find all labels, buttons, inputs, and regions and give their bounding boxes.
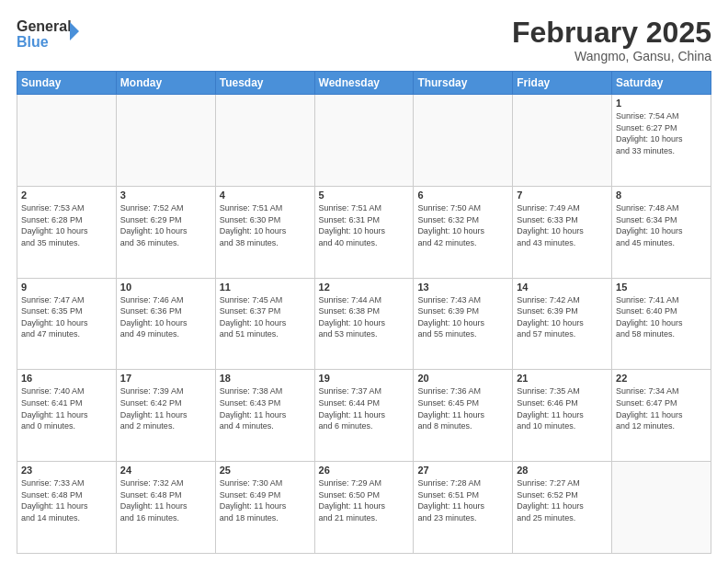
day-detail: Sunrise: 7:54 AMSunset: 6:27 PMDaylight:…	[616, 110, 707, 156]
day-cell: 15Sunrise: 7:41 AMSunset: 6:40 PMDayligh…	[612, 278, 711, 370]
month-title: February 2025	[512, 17, 711, 49]
day-detail: Sunrise: 7:33 AMSunset: 6:48 PMDaylight:…	[21, 477, 112, 523]
day-detail: Sunrise: 7:32 AMSunset: 6:48 PMDaylight:…	[120, 477, 211, 523]
day-cell: 9Sunrise: 7:47 AMSunset: 6:35 PMDaylight…	[17, 278, 117, 370]
day-detail: Sunrise: 7:36 AMSunset: 6:45 PMDaylight:…	[417, 385, 508, 431]
day-number: 11	[220, 282, 311, 293]
day-number: 19	[319, 373, 410, 384]
day-detail: Sunrise: 7:27 AMSunset: 6:52 PMDaylight:…	[517, 477, 608, 523]
col-header-wednesday: Wednesday	[314, 72, 414, 95]
week-row-3: 9Sunrise: 7:47 AMSunset: 6:35 PMDaylight…	[17, 278, 711, 370]
day-detail: Sunrise: 7:38 AMSunset: 6:43 PMDaylight:…	[220, 385, 311, 431]
logo-svg: GeneralBlue	[17, 17, 81, 53]
day-cell: 14Sunrise: 7:42 AMSunset: 6:39 PMDayligh…	[513, 278, 612, 370]
day-detail: Sunrise: 7:48 AMSunset: 6:34 PMDaylight:…	[616, 202, 707, 248]
day-cell: 2Sunrise: 7:53 AMSunset: 6:28 PMDaylight…	[17, 186, 117, 278]
day-detail: Sunrise: 7:37 AMSunset: 6:44 PMDaylight:…	[319, 385, 410, 431]
day-number: 26	[319, 465, 410, 476]
day-cell: 8Sunrise: 7:48 AMSunset: 6:34 PMDaylight…	[612, 186, 711, 278]
day-number: 4	[220, 190, 311, 201]
day-number: 22	[616, 373, 707, 384]
day-detail: Sunrise: 7:49 AMSunset: 6:33 PMDaylight:…	[517, 202, 608, 248]
day-detail: Sunrise: 7:40 AMSunset: 6:41 PMDaylight:…	[21, 385, 112, 431]
day-cell	[414, 95, 513, 187]
day-cell: 1Sunrise: 7:54 AMSunset: 6:27 PMDaylight…	[612, 95, 711, 187]
day-cell	[612, 462, 711, 554]
day-cell	[513, 95, 612, 187]
day-detail: Sunrise: 7:39 AMSunset: 6:42 PMDaylight:…	[120, 385, 211, 431]
day-number: 8	[616, 190, 707, 201]
calendar-table: SundayMondayTuesdayWednesdayThursdayFrid…	[17, 71, 711, 554]
day-cell	[314, 95, 414, 187]
col-header-sunday: Sunday	[17, 72, 117, 95]
day-number: 15	[616, 282, 707, 293]
day-cell: 13Sunrise: 7:43 AMSunset: 6:39 PMDayligh…	[414, 278, 513, 370]
day-detail: Sunrise: 7:44 AMSunset: 6:38 PMDaylight:…	[319, 294, 410, 340]
day-detail: Sunrise: 7:28 AMSunset: 6:51 PMDaylight:…	[417, 477, 508, 523]
svg-text:Blue: Blue	[17, 34, 49, 50]
day-number: 13	[417, 282, 508, 293]
svg-text:General: General	[17, 18, 72, 34]
day-cell: 12Sunrise: 7:44 AMSunset: 6:38 PMDayligh…	[314, 278, 414, 370]
col-header-tuesday: Tuesday	[215, 72, 314, 95]
day-cell: 26Sunrise: 7:29 AMSunset: 6:50 PMDayligh…	[314, 462, 414, 554]
day-number: 2	[21, 190, 112, 201]
day-number: 16	[21, 373, 112, 384]
week-row-5: 23Sunrise: 7:33 AMSunset: 6:48 PMDayligh…	[17, 462, 711, 554]
day-cell: 22Sunrise: 7:34 AMSunset: 6:47 PMDayligh…	[612, 370, 711, 462]
day-number: 27	[417, 465, 508, 476]
day-detail: Sunrise: 7:51 AMSunset: 6:31 PMDaylight:…	[319, 202, 410, 248]
day-detail: Sunrise: 7:47 AMSunset: 6:35 PMDaylight:…	[21, 294, 112, 340]
page: GeneralBlue February 2025 Wangmo, Gansu,…	[0, 0, 728, 563]
day-cell: 18Sunrise: 7:38 AMSunset: 6:43 PMDayligh…	[215, 370, 314, 462]
col-header-friday: Friday	[513, 72, 612, 95]
week-row-4: 16Sunrise: 7:40 AMSunset: 6:41 PMDayligh…	[17, 370, 711, 462]
day-detail: Sunrise: 7:51 AMSunset: 6:30 PMDaylight:…	[220, 202, 311, 248]
week-row-2: 2Sunrise: 7:53 AMSunset: 6:28 PMDaylight…	[17, 186, 711, 278]
day-cell: 19Sunrise: 7:37 AMSunset: 6:44 PMDayligh…	[314, 370, 414, 462]
day-number: 12	[319, 282, 410, 293]
day-number: 7	[517, 190, 608, 201]
col-header-monday: Monday	[116, 72, 215, 95]
col-header-saturday: Saturday	[612, 72, 711, 95]
day-cell: 3Sunrise: 7:52 AMSunset: 6:29 PMDaylight…	[116, 186, 215, 278]
day-number: 25	[220, 465, 311, 476]
day-cell: 7Sunrise: 7:49 AMSunset: 6:33 PMDaylight…	[513, 186, 612, 278]
day-number: 28	[517, 465, 608, 476]
day-detail: Sunrise: 7:43 AMSunset: 6:39 PMDaylight:…	[417, 294, 508, 340]
day-detail: Sunrise: 7:29 AMSunset: 6:50 PMDaylight:…	[319, 477, 410, 523]
day-cell: 23Sunrise: 7:33 AMSunset: 6:48 PMDayligh…	[17, 462, 117, 554]
day-number: 14	[517, 282, 608, 293]
location: Wangmo, Gansu, China	[512, 49, 711, 63]
day-cell: 11Sunrise: 7:45 AMSunset: 6:37 PMDayligh…	[215, 278, 314, 370]
day-cell	[116, 95, 215, 187]
day-detail: Sunrise: 7:53 AMSunset: 6:28 PMDaylight:…	[21, 202, 112, 248]
day-cell: 16Sunrise: 7:40 AMSunset: 6:41 PMDayligh…	[17, 370, 117, 462]
day-cell	[215, 95, 314, 187]
title-block: February 2025 Wangmo, Gansu, China	[512, 17, 711, 63]
day-detail: Sunrise: 7:50 AMSunset: 6:32 PMDaylight:…	[417, 202, 508, 248]
day-detail: Sunrise: 7:34 AMSunset: 6:47 PMDaylight:…	[616, 385, 707, 431]
day-number: 21	[517, 373, 608, 384]
header: GeneralBlue February 2025 Wangmo, Gansu,…	[17, 17, 711, 63]
day-detail: Sunrise: 7:41 AMSunset: 6:40 PMDaylight:…	[616, 294, 707, 340]
day-cell: 25Sunrise: 7:30 AMSunset: 6:49 PMDayligh…	[215, 462, 314, 554]
week-row-1: 1Sunrise: 7:54 AMSunset: 6:27 PMDaylight…	[17, 95, 711, 187]
day-cell: 5Sunrise: 7:51 AMSunset: 6:31 PMDaylight…	[314, 186, 414, 278]
day-cell: 10Sunrise: 7:46 AMSunset: 6:36 PMDayligh…	[116, 278, 215, 370]
day-cell: 6Sunrise: 7:50 AMSunset: 6:32 PMDaylight…	[414, 186, 513, 278]
svg-marker-2	[70, 22, 79, 40]
day-number: 23	[21, 465, 112, 476]
day-number: 18	[220, 373, 311, 384]
logo: GeneralBlue	[17, 17, 81, 53]
day-cell: 17Sunrise: 7:39 AMSunset: 6:42 PMDayligh…	[116, 370, 215, 462]
day-number: 9	[21, 282, 112, 293]
day-cell: 21Sunrise: 7:35 AMSunset: 6:46 PMDayligh…	[513, 370, 612, 462]
day-number: 17	[120, 373, 211, 384]
day-detail: Sunrise: 7:52 AMSunset: 6:29 PMDaylight:…	[120, 202, 211, 248]
day-detail: Sunrise: 7:42 AMSunset: 6:39 PMDaylight:…	[517, 294, 608, 340]
day-number: 3	[120, 190, 211, 201]
day-cell: 27Sunrise: 7:28 AMSunset: 6:51 PMDayligh…	[414, 462, 513, 554]
day-detail: Sunrise: 7:35 AMSunset: 6:46 PMDaylight:…	[517, 385, 608, 431]
day-cell: 20Sunrise: 7:36 AMSunset: 6:45 PMDayligh…	[414, 370, 513, 462]
